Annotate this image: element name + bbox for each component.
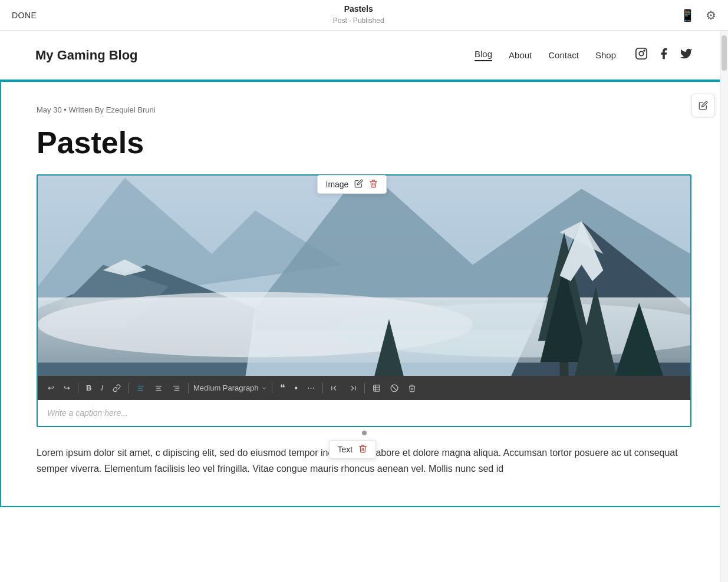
align-right-button[interactable] [169,382,183,394]
paragraph-label: Medium Paragraph [193,383,259,392]
top-bar: DONE Pastels Post · Published 📱 ⚙ [0,0,728,31]
mobile-preview-icon[interactable]: 📱 [680,8,695,22]
scrollbar-track[interactable] [720,31,728,582]
post-meta: May 30 • Written By Ezequiel Bruni [37,105,691,114]
site-header: My Gaming Blog Blog About Contact Shop [0,31,728,81]
more-button[interactable]: ⋯ [304,382,318,394]
nav-shop[interactable]: Shop [595,50,616,60]
post-image[interactable] [38,176,690,376]
nav-blog[interactable]: Blog [475,49,492,61]
align-center-button[interactable] [151,382,166,394]
facebook-icon[interactable] [657,47,670,63]
settings-icon[interactable]: ⚙ [706,8,716,22]
bold-button[interactable]: B [83,382,94,394]
edit-fab-button[interactable] [691,94,715,117]
svg-point-1 [639,51,643,55]
instagram-icon[interactable] [635,47,648,63]
caption-input[interactable]: Write a caption here... [38,400,690,426]
drag-handle[interactable] [37,427,691,439]
scrollbar-thumb[interactable] [722,35,727,71]
svg-line-41 [392,385,397,390]
toolbar-separator-2 [129,383,129,393]
top-bar-actions: 📱 ⚙ [680,8,716,22]
italic-button[interactable]: I [98,382,106,394]
outdent-button[interactable] [328,382,342,394]
social-icons [635,47,693,63]
redo-button[interactable]: ↪ [61,382,73,394]
top-bar-center: Pastels Post · Published [333,4,384,27]
twitter-icon[interactable] [680,47,693,63]
svg-rect-0 [636,48,647,59]
site-nav: Blog About Contact Shop [475,49,616,61]
done-button[interactable]: DONE [12,11,37,20]
nav-about[interactable]: About [509,50,532,60]
post-status-bar: Post · Published [333,16,384,25]
link-button[interactable] [110,382,124,394]
text-delete-icon[interactable] [358,444,367,455]
site-title: My Gaming Blog [35,48,138,63]
undo-button[interactable]: ↩ [45,382,57,394]
text-block[interactable]: Text Lorem ipsum dolor sit amet, c dipis… [37,439,691,482]
image-edit-icon[interactable] [354,179,363,190]
image-block[interactable]: Image [37,174,691,427]
toolbar-separator-6 [364,383,365,393]
paragraph-dropdown[interactable]: Medium Paragraph [193,383,267,392]
text-inline-toolbar: Text [329,440,377,459]
toolbar-separator-4 [272,383,272,393]
bullet-button[interactable]: • [292,381,301,395]
text-toolbar-label: Text [338,445,353,454]
indent-button[interactable] [345,382,360,394]
main-content: May 30 • Written By Ezequiel Bruni Paste… [0,81,728,507]
post-heading: Pastels [37,125,691,160]
quote-button[interactable]: ❝ [277,381,288,395]
image-toolbar: Image [317,175,387,194]
align-left-button[interactable] [134,382,148,394]
embed-button[interactable] [387,382,401,394]
drag-dot [362,431,367,435]
toolbar-separator-5 [322,383,323,393]
toolbar-separator-1 [78,383,78,393]
table-button[interactable] [370,382,384,394]
page-content: My Gaming Blog Blog About Contact Shop [0,31,728,543]
image-delete-icon[interactable] [369,179,378,190]
toolbar-separator-3 [188,383,189,393]
svg-point-2 [644,50,645,51]
svg-rect-36 [374,385,380,391]
image-toolbar-label: Image [326,180,349,189]
delete-block-button[interactable] [405,382,419,394]
caption-toolbar: ↩ ↪ B I [38,376,690,400]
post-title-bar: Pastels [333,4,384,14]
nav-contact[interactable]: Contact [548,50,579,60]
